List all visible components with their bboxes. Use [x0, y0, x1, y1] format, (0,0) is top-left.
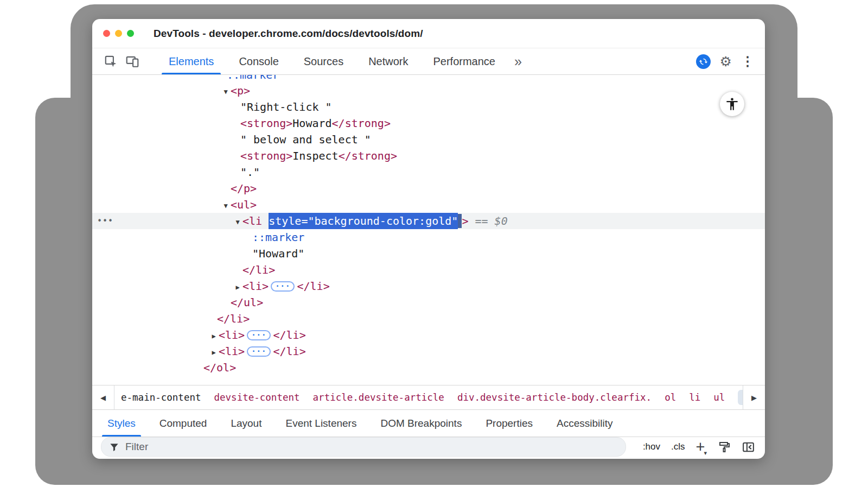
- sync-button[interactable]: [696, 54, 711, 69]
- paint-roller-icon: [718, 440, 731, 453]
- collapsed-content-button[interactable]: ···: [247, 346, 271, 357]
- breadcrumb-item[interactable]: ol: [665, 392, 676, 403]
- dom-tree-row[interactable]: ".": [92, 164, 765, 180]
- dom-tree-row[interactable]: </li>: [92, 262, 765, 278]
- filter-box[interactable]: [101, 437, 626, 457]
- dom-tag: </li>: [297, 280, 329, 293]
- close-button[interactable]: [103, 30, 110, 37]
- dom-tree-row[interactable]: ▼<p>: [92, 83, 765, 99]
- more-tabs-button[interactable]: »: [508, 48, 528, 74]
- dom-tag: </ul>: [231, 296, 263, 309]
- tab-performance[interactable]: Performance: [421, 48, 508, 74]
- selected-attribute: style="background-color:gold": [269, 213, 458, 229]
- dom-pseudo-element: ::marker: [227, 75, 279, 81]
- breadcrumb-item[interactable]: li: [689, 392, 700, 403]
- paint-roller-button[interactable]: [718, 440, 731, 453]
- breadcrumb-item[interactable]: e-main-content: [121, 392, 201, 403]
- collapsed-content-button[interactable]: ···: [247, 330, 271, 340]
- dom-tag: <strong>: [240, 149, 292, 162]
- breadcrumb-scroll-right-button[interactable]: ▶: [743, 385, 765, 409]
- dom-text-node: Howard: [292, 117, 331, 130]
- tab-console[interactable]: Console: [226, 48, 291, 74]
- dom-tag: </strong>: [339, 149, 397, 162]
- tab-layout[interactable]: Layout: [219, 410, 273, 437]
- collapsed-content-button[interactable]: ···: [271, 281, 295, 292]
- title-bar: DevTools - developer.chrome.com/docs/dev…: [92, 19, 765, 48]
- dom-tree-row[interactable]: ::marker: [92, 229, 765, 245]
- disclosure-closed-icon[interactable]: ▶: [209, 328, 219, 344]
- node-equals-annotation: ==: [468, 214, 494, 227]
- dom-tree-row[interactable]: •••▼<li style="background-color:gold"> =…: [92, 213, 765, 229]
- tab-computed[interactable]: Computed: [148, 410, 219, 437]
- dom-tree-row[interactable]: </ul>: [92, 294, 765, 311]
- dom-tag: >: [462, 214, 468, 227]
- element-classes-button[interactable]: .cls: [671, 441, 685, 452]
- device-toolbar-button[interactable]: [122, 48, 143, 74]
- breadcrumb-scroll-left-button[interactable]: ◀: [92, 385, 114, 409]
- dom-tree-row[interactable]: ::marker: [92, 75, 765, 83]
- toolbar-right-icons: ⚙ ⋮: [696, 48, 757, 74]
- tab-properties[interactable]: Properties: [474, 410, 545, 437]
- disclosure-open-icon[interactable]: ▼: [233, 214, 242, 230]
- dom-text-node: ".": [240, 166, 260, 179]
- dom-tree-row[interactable]: ▶<li>···</li>: [92, 327, 765, 343]
- new-style-rule-button[interactable]: +▾: [696, 439, 707, 455]
- filter-input[interactable]: [124, 440, 620, 453]
- toggle-element-state-button[interactable]: :hov: [643, 441, 660, 452]
- devtools-window: DevTools - developer.chrome.com/docs/dev…: [92, 19, 765, 459]
- tab-sources[interactable]: Sources: [291, 48, 356, 74]
- sidebar-toggle-icon: [742, 440, 755, 454]
- dom-tag: <strong>: [240, 117, 292, 130]
- disclosure-open-icon[interactable]: ▼: [221, 84, 231, 100]
- dom-tree-row[interactable]: <strong>Howard</strong>: [92, 115, 765, 131]
- disclosure-closed-icon[interactable]: ▶: [209, 344, 219, 361]
- styles-toolbar-buttons: :hov .cls +▾: [643, 439, 755, 455]
- funnel-icon: [109, 442, 119, 452]
- breadcrumb-bar: ◀ e-main-contentdevsite-contentarticle.d…: [92, 385, 765, 410]
- breadcrumb-item[interactable]: ul: [713, 392, 725, 403]
- dom-tag: <ul>: [231, 198, 257, 211]
- tab-elements[interactable]: Elements: [156, 48, 226, 74]
- tab-event-listeners[interactable]: Event Listeners: [273, 410, 368, 437]
- dom-tag: </ol>: [203, 361, 236, 374]
- dom-pseudo-element: ::marker: [252, 231, 304, 244]
- dom-text-node: Inspect: [292, 149, 338, 162]
- node-menu-dots[interactable]: •••: [97, 213, 113, 229]
- tab-styles[interactable]: Styles: [95, 410, 148, 437]
- minimize-button[interactable]: [115, 30, 122, 37]
- dom-tree-row[interactable]: </ol>: [92, 359, 765, 376]
- dom-tree-row[interactable]: " below and select ": [92, 131, 765, 148]
- dom-tree-row[interactable]: ▶<li>···</li>: [92, 278, 765, 294]
- dom-tree-row[interactable]: "Right-click ": [92, 99, 765, 115]
- sidebar-toggle-button[interactable]: [742, 440, 755, 454]
- tab-accessibility[interactable]: Accessibility: [545, 410, 624, 437]
- disclosure-closed-icon[interactable]: ▶: [233, 279, 242, 295]
- breadcrumb-item[interactable]: li: [738, 390, 743, 405]
- breadcrumb-item[interactable]: devsite-content: [214, 392, 300, 403]
- tab-network[interactable]: Network: [356, 48, 420, 74]
- dom-text-node: "Howard": [252, 247, 304, 260]
- dom-tag: </p>: [231, 182, 257, 195]
- dom-tree-row[interactable]: <strong>Inspect</strong>: [92, 148, 765, 164]
- dom-tree: ::marker▼<p>"Right-click "<strong>Howard…: [92, 75, 765, 385]
- dom-tree-row[interactable]: "Howard": [92, 245, 765, 262]
- inspect-element-button[interactable]: [100, 48, 122, 74]
- dom-tag: </li>: [242, 263, 275, 276]
- settings-gear-icon[interactable]: ⚙: [720, 55, 732, 68]
- zoom-button[interactable]: [127, 30, 134, 37]
- breadcrumb-item[interactable]: article.devsite-article: [313, 392, 444, 403]
- breadcrumb-list: e-main-contentdevsite-contentarticle.dev…: [114, 385, 743, 409]
- dom-tree-row[interactable]: </li>: [92, 311, 765, 327]
- disclosure-open-icon[interactable]: ▼: [221, 198, 231, 214]
- dom-tree-row[interactable]: </p>: [92, 180, 765, 197]
- dom-tree-row[interactable]: ▶<li>···</li>: [92, 343, 765, 359]
- dom-tag: </li>: [217, 312, 250, 325]
- dom-tag: <li>: [219, 328, 245, 342]
- dom-tag: <li>: [219, 345, 245, 358]
- sync-arrows-icon: [699, 57, 708, 66]
- breadcrumb-item[interactable]: div.devsite-article-body.clearfix.: [457, 392, 652, 403]
- tab-dom-breakpoints[interactable]: DOM Breakpoints: [368, 410, 474, 437]
- styles-toolbar: :hov .cls +▾: [92, 437, 765, 459]
- dom-tree-row[interactable]: ▼<ul>: [92, 197, 765, 213]
- kebab-menu-icon[interactable]: ⋮: [741, 55, 754, 68]
